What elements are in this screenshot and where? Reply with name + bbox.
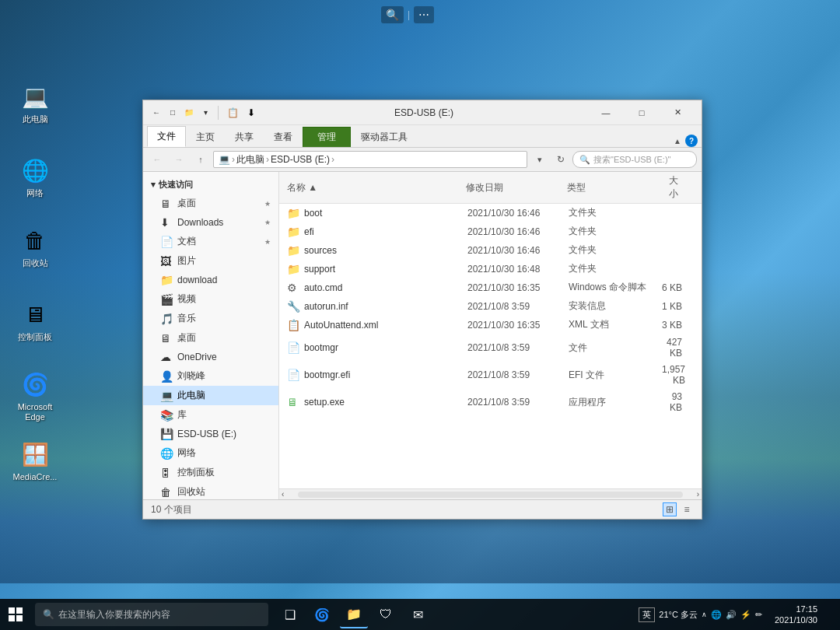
file-row-boot[interactable]: 📁 boot 2021/10/30 16:46 文件夹 [279, 204, 702, 222]
desktop-icon-network[interactable]: 🌐 网络 [8, 152, 62, 201]
file-row-efi[interactable]: 📁 efi 2021/10/30 16:46 文件夹 [279, 222, 702, 241]
sidebar-item-liu[interactable]: 👤 刘晓峰 [143, 366, 278, 386]
sidebar-item-onedrive[interactable]: ☁ OneDrive [143, 348, 278, 366]
desktop-icon-media[interactable]: 🪟 MediaCre... [8, 436, 62, 485]
sidebar-item-this-pc[interactable]: 💻 此电脑 [143, 386, 278, 405]
taskbar-clock[interactable]: 17:15 2021/10/30 [768, 604, 824, 626]
nav-back[interactable]: ← [148, 151, 166, 168]
col-date-header[interactable]: 修改日期 [466, 181, 567, 194]
edge-icon: 🌀 [19, 369, 51, 400]
svg-rect-1 [16, 607, 23, 614]
sidebar-item-library[interactable]: 📚 库 [143, 405, 278, 425]
sidebar-item-desktop[interactable]: 🖥 桌面 ★ [143, 194, 278, 213]
file-row-setup[interactable]: 🖥 setup.exe 2021/10/8 3:59 应用程序 93 KB [279, 389, 702, 416]
sidebar-item-desktop2[interactable]: 🖥 桌面 [143, 328, 278, 348]
col-name-header[interactable]: 名称 ▲ [287, 181, 466, 194]
nav-forward[interactable]: → [170, 151, 188, 168]
address-dropdown[interactable]: ▾ [530, 151, 549, 168]
desktop-icon-recycle[interactable]: 🗑 回收站 [8, 222, 62, 271]
path-drive[interactable]: ESD-USB (E:) [271, 154, 330, 165]
sidebar-desktop-label: 桌面 [177, 197, 196, 210]
title-bar: ← □ 📁 ▾ 📋 ⬇ ESD-USB (E:) — □ ✕ [143, 100, 702, 125]
pencil-icon[interactable]: ✏ [755, 610, 762, 620]
sidebar-item-recycle[interactable]: 🗑 回收站 [143, 482, 278, 499]
volume-icon[interactable]: 🔊 [726, 610, 737, 620]
liu-icon: 👤 [160, 370, 173, 383]
hscroll-area: ‹ › [279, 488, 702, 499]
nav-up[interactable]: ↑ [191, 151, 210, 168]
setup-size: 93 KB [662, 391, 694, 413]
hscroll-left[interactable]: ‹ [279, 490, 286, 499]
desktop-icon-control[interactable]: 🖥 控制面板 [8, 296, 62, 345]
file-row-autorun[interactable]: 🔧 autorun.inf 2021/10/8 3:59 安装信息 1 KB [279, 297, 702, 316]
maximize-btn[interactable]: □ [624, 100, 660, 125]
hscroll-right[interactable]: › [695, 490, 702, 499]
top-search-icon[interactable]: 🔍 [381, 6, 404, 23]
taskbar-security[interactable]: 🛡 [372, 600, 400, 628]
tab-share[interactable]: 共享 [225, 127, 264, 147]
file-row-bootmgr[interactable]: 📄 bootmgr 2021/10/8 3:59 文件 427 KB [279, 334, 702, 362]
taskbar-edge[interactable]: 🌀 [308, 600, 336, 628]
sidebar-item-pictures[interactable]: 🖼 图片 [143, 251, 278, 271]
pin-icon-downloads: ★ [264, 219, 271, 226]
taskbar-search[interactable]: 🔍 在这里输入你要搜索的内容 [35, 603, 268, 626]
arrow-btn[interactable]: ▾ [198, 106, 212, 120]
taskbar-task-view[interactable]: ❑ [276, 600, 304, 628]
power-icon[interactable]: ⚡ [740, 610, 751, 620]
taskbar-search-icon: 🔍 [43, 609, 54, 620]
sidebar-item-network[interactable]: 🌐 网络 [143, 443, 278, 463]
view-grid-btn[interactable]: ⊞ [663, 502, 677, 516]
tab-manage[interactable]: 管理 [303, 127, 351, 147]
file-row-xml[interactable]: 📋 AutoUnattend.xml 2021/10/30 16:35 XML … [279, 316, 702, 334]
taskbar-mail[interactable]: ✉ [404, 600, 432, 628]
sidebar-item-music[interactable]: 🎵 音乐 [143, 309, 278, 328]
lang-icon[interactable]: 英 [639, 607, 655, 622]
col-size-header[interactable]: 大小 [660, 174, 694, 201]
file-row-support[interactable]: 📁 support 2021/10/30 16:48 文件夹 [279, 260, 702, 278]
search-box[interactable]: 🔍 搜索"ESD-USB (E:)" [572, 151, 697, 168]
qs-btn1[interactable]: 📋 [224, 104, 241, 121]
ribbon-expand-icon[interactable]: ▲ [674, 137, 681, 145]
address-path-box[interactable]: 💻 › 此电脑 › ESD-USB (E:) › [213, 151, 527, 168]
efi-date: 2021/10/30 16:46 [467, 226, 569, 237]
path-this-pc[interactable]: 此电脑 [236, 153, 264, 166]
network-sidebar-icon: 🌐 [160, 447, 173, 460]
minimize-btn[interactable]: — [588, 100, 624, 125]
top-menu-icon[interactable]: ⋯ [414, 6, 434, 23]
taskbar-explorer[interactable]: 📁 [340, 600, 368, 628]
tab-home[interactable]: 主页 [186, 127, 225, 147]
sidebar-pictures-label: 图片 [177, 254, 196, 268]
sidebar-item-download2[interactable]: 📁 download [143, 271, 278, 289]
file-row-sources[interactable]: 📁 sources 2021/10/30 16:46 文件夹 [279, 241, 702, 260]
recycle-sidebar-icon: 🗑 [160, 486, 173, 499]
bootmgrefi-name: bootmgr.efi [304, 369, 467, 380]
sidebar-item-videos[interactable]: 🎬 视频 [143, 289, 278, 309]
close-btn[interactable]: ✕ [660, 100, 695, 125]
sidebar-item-control-panel[interactable]: 🎛 控制面板 [143, 463, 278, 482]
desktop-icon-edge[interactable]: 🌀 Microsoft Edge [8, 366, 62, 425]
folder-btn[interactable]: 📁 [182, 106, 196, 120]
quick-access-header[interactable]: ▾ 快速访问 [143, 176, 278, 194]
sidebar-item-documents[interactable]: 📄 文档 ★ [143, 232, 278, 251]
file-row-autocmd[interactable]: ⚙ auto.cmd 2021/10/30 16:35 Windows 命令脚本… [279, 278, 702, 297]
file-row-bootmgrefi[interactable]: 📄 bootmgr.efi 2021/10/8 3:59 EFI 文件 1,95… [279, 362, 702, 389]
sidebar-item-esd[interactable]: 💾 ESD-USB (E:) [143, 425, 278, 443]
qs-btn2[interactable]: ⬇ [243, 104, 260, 121]
view-list-btn[interactable]: ≡ [680, 502, 694, 516]
hscroll-track[interactable] [298, 492, 682, 498]
refresh-btn[interactable]: ↻ [552, 151, 569, 168]
efi-folder-icon: 📁 [287, 226, 299, 238]
col-type-header[interactable]: 类型 [567, 181, 660, 194]
start-button[interactable] [0, 599, 31, 630]
back-btn[interactable]: ← [149, 106, 163, 120]
tab-file[interactable]: 文件 [147, 126, 186, 147]
ribbon-help-icon[interactable]: ? [685, 135, 698, 147]
tab-view[interactable]: 查看 [264, 127, 303, 147]
tab-drive-tools[interactable]: 驱动器工具 [351, 127, 418, 147]
desktop-icon-this-pc[interactable]: 💻 此电脑 [8, 78, 62, 128]
forward-btn[interactable]: □ [166, 106, 180, 120]
network-sys-icon[interactable]: 🌐 [711, 610, 722, 620]
expand-systray[interactable]: ∧ [702, 611, 707, 618]
sidebar-item-downloads[interactable]: ⬇ Downloads ★ [143, 213, 278, 232]
autocmd-type: Windows 命令脚本 [569, 281, 662, 294]
